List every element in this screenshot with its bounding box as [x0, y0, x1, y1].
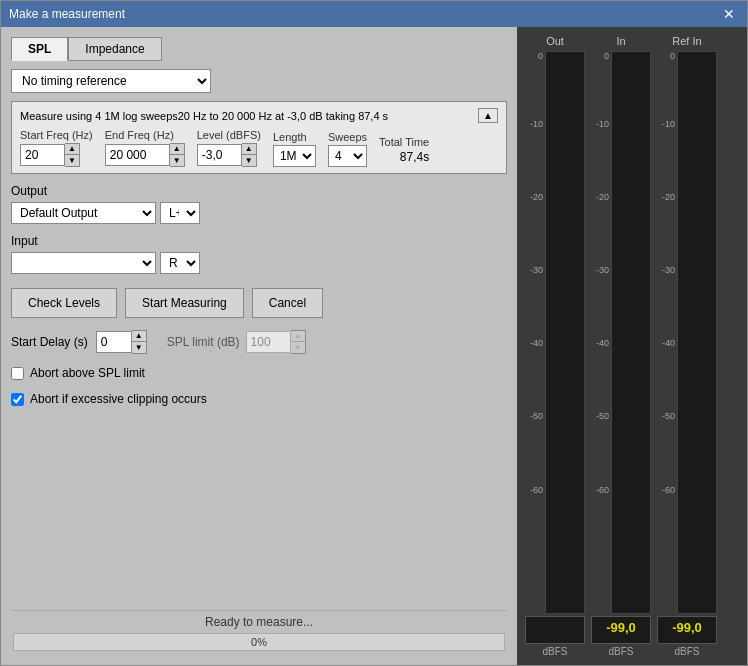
main-content: SPL Impedance No timing reference Measur… — [1, 27, 747, 665]
total-time-value: 87,4s — [400, 150, 429, 167]
start-freq-group: Start Freq (Hz) ▲ ▼ — [20, 129, 93, 167]
abort-spl-label: Abort above SPL limit — [30, 366, 145, 380]
input-select[interactable] — [11, 252, 156, 274]
start-delay-input[interactable] — [96, 331, 132, 353]
spl-limit-input — [246, 331, 291, 353]
out-meter: Out 0 -10 -20 -30 -40 -50 -60 — [525, 35, 585, 657]
cancel-button[interactable]: Cancel — [252, 288, 323, 318]
input-channel-select[interactable]: R — [160, 252, 200, 274]
ref-in-meter-dbfs: dBFS — [674, 646, 699, 657]
titlebar: Make a measurement ✕ — [1, 1, 747, 27]
length-group: Length 1M — [273, 131, 316, 167]
start-delay-input-row: ▲ ▼ — [96, 330, 147, 354]
collapse-button[interactable]: ▲ — [478, 108, 498, 123]
start-delay-label: Start Delay (s) — [11, 335, 88, 349]
end-freq-down[interactable]: ▼ — [170, 155, 184, 166]
out-meter-label: Out — [546, 35, 564, 47]
left-panel: SPL Impedance No timing reference Measur… — [1, 27, 517, 665]
delay-row: Start Delay (s) ▲ ▼ SPL limit (dB) ▲ ▼ — [11, 330, 507, 354]
sweeps-group: Sweeps 4 — [328, 131, 367, 167]
abort-spl-row: Abort above SPL limit — [11, 366, 507, 380]
ref-in-meter: Ref In 0 -10 -20 -30 -40 -50 -60 -99,0 — [657, 35, 717, 657]
start-freq-input[interactable] — [20, 144, 65, 166]
end-freq-group: End Freq (Hz) ▲ ▼ — [105, 129, 185, 167]
level-label: Level (dBFS) — [197, 129, 261, 141]
status-bar: Ready to measure... 0% — [11, 610, 507, 655]
timing-select[interactable]: No timing reference — [11, 69, 211, 93]
length-select[interactable]: 1M — [273, 145, 316, 167]
spl-limit-section: SPL limit (dB) ▲ ▼ — [167, 330, 306, 354]
window-title: Make a measurement — [9, 7, 125, 21]
ref-in-meter-label: Ref In — [672, 35, 701, 47]
action-buttons-row: Check Levels Start Measuring Cancel — [11, 288, 507, 318]
measure-description: Measure using 4 1M log sweeps20 Hz to 20… — [20, 110, 388, 122]
spl-limit-down: ▼ — [291, 342, 305, 353]
main-window: Make a measurement ✕ SPL Impedance No ti… — [0, 0, 748, 666]
end-freq-input[interactable] — [105, 144, 170, 166]
start-measuring-button[interactable]: Start Measuring — [125, 288, 244, 318]
sweeps-select[interactable]: 4 — [328, 145, 367, 167]
level-down[interactable]: ▼ — [242, 155, 256, 166]
total-time-label: Total Time — [379, 136, 429, 148]
check-levels-button[interactable]: Check Levels — [11, 288, 117, 318]
tab-spl[interactable]: SPL — [11, 37, 68, 61]
measure-title-row: Measure using 4 1M log sweeps20 Hz to 20… — [20, 108, 498, 123]
ref-in-meter-value: -99,0 — [657, 616, 717, 644]
start-freq-input-row: ▲ ▼ — [20, 143, 93, 167]
start-delay-down[interactable]: ▼ — [132, 342, 146, 353]
input-row: R — [11, 252, 507, 274]
close-button[interactable]: ✕ — [719, 6, 739, 22]
out-meter-value — [525, 616, 585, 644]
start-delay-spinner: ▲ ▼ — [132, 330, 147, 354]
end-freq-spinner: ▲ ▼ — [170, 143, 185, 167]
timing-row: No timing reference — [11, 69, 507, 93]
output-select[interactable]: Default Output — [11, 202, 156, 224]
input-label: Input — [11, 234, 507, 248]
level-up[interactable]: ▲ — [242, 144, 256, 155]
output-label: Output — [11, 184, 507, 198]
level-input[interactable] — [197, 144, 242, 166]
abort-spl-checkbox[interactable] — [11, 367, 24, 380]
input-section: Input R — [11, 234, 507, 274]
start-delay-up[interactable]: ▲ — [132, 331, 146, 342]
progress-text: 0% — [14, 634, 504, 650]
spl-limit-up: ▲ — [291, 331, 305, 342]
abort-clipping-checkbox[interactable] — [11, 393, 24, 406]
start-freq-down[interactable]: ▼ — [65, 155, 79, 166]
start-freq-label: Start Freq (Hz) — [20, 129, 93, 141]
sweeps-label: Sweeps — [328, 131, 367, 143]
level-input-row: ▲ ▼ — [197, 143, 261, 167]
abort-clipping-label: Abort if excessive clipping occurs — [30, 392, 207, 406]
in-meter-value: -99,0 — [591, 616, 651, 644]
level-spinner: ▲ ▼ — [242, 143, 257, 167]
measure-config-box: Measure using 4 1M log sweeps20 Hz to 20… — [11, 101, 507, 174]
in-meter-label: In — [616, 35, 625, 47]
in-meter-dbfs: dBFS — [608, 646, 633, 657]
length-label: Length — [273, 131, 316, 143]
spl-limit-label: SPL limit (dB) — [167, 335, 240, 349]
right-panel: Out 0 -10 -20 -30 -40 -50 -60 — [517, 27, 747, 665]
tab-impedance[interactable]: Impedance — [68, 37, 161, 61]
spl-limit-spinner: ▲ ▼ — [291, 330, 306, 354]
start-freq-up[interactable]: ▲ — [65, 144, 79, 155]
in-meter: In 0 -10 -20 -30 -40 -50 -60 -99,0 dBF — [591, 35, 651, 657]
param-row: Start Freq (Hz) ▲ ▼ End Freq (Hz) — [20, 129, 498, 167]
end-freq-label: End Freq (Hz) — [105, 129, 185, 141]
output-section: Output Default Output L+R — [11, 184, 507, 224]
output-row: Default Output L+R — [11, 202, 507, 224]
end-freq-input-row: ▲ ▼ — [105, 143, 185, 167]
out-meter-dbfs: dBFS — [542, 646, 567, 657]
spl-limit-input-row: ▲ ▼ — [246, 330, 306, 354]
end-freq-up[interactable]: ▲ — [170, 144, 184, 155]
status-text: Ready to measure... — [11, 611, 507, 633]
output-channel-select[interactable]: L+R — [160, 202, 200, 224]
level-group: Level (dBFS) ▲ ▼ — [197, 129, 261, 167]
progress-bar-container: 0% — [13, 633, 505, 651]
total-time-group: Total Time 87,4s — [379, 136, 429, 167]
start-freq-spinner: ▲ ▼ — [65, 143, 80, 167]
abort-clipping-row: Abort if excessive clipping occurs — [11, 392, 507, 406]
tab-row: SPL Impedance — [11, 37, 507, 61]
